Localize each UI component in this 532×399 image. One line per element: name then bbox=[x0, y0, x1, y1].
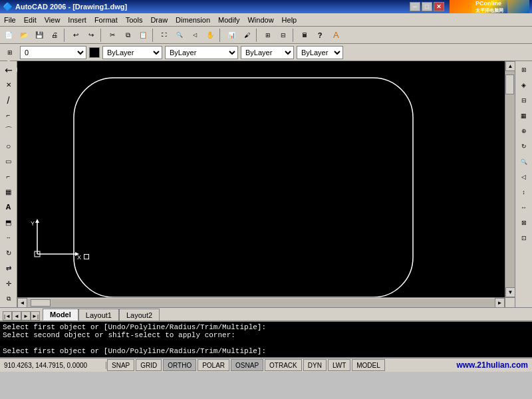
menu-view[interactable]: View bbox=[41, 15, 65, 25]
rt-btn-7[interactable]: 🔍 bbox=[517, 154, 531, 169]
horizontal-scrollbar[interactable]: ◄ ► bbox=[17, 297, 505, 307]
rt-btn-9[interactable]: ↕ bbox=[517, 185, 531, 200]
cursor-marker bbox=[84, 254, 89, 259]
select-tool[interactable]: ↖ bbox=[0, 59, 19, 80]
canvas-wrapper: Y X ▲ ▼ bbox=[17, 61, 515, 307]
tab-last-button[interactable]: ►| bbox=[31, 311, 40, 321]
v-scroll-track[interactable] bbox=[505, 71, 515, 287]
open-button[interactable]: 📂 bbox=[17, 28, 31, 43]
layer-select[interactable]: 0 bbox=[20, 46, 86, 59]
dimension-tool[interactable]: ↔ bbox=[1, 230, 16, 245]
dyn-button[interactable]: DYN bbox=[303, 359, 327, 371]
pan-button[interactable]: ✋ bbox=[203, 28, 217, 43]
rt-btn-2[interactable]: ◈ bbox=[517, 78, 531, 92]
snap-button[interactable]: SNAP bbox=[107, 359, 134, 371]
rt-btn-3[interactable]: ⊟ bbox=[517, 93, 531, 108]
circle-tool[interactable]: ○ bbox=[1, 139, 16, 154]
vertical-scrollbar[interactable]: ▲ ▼ bbox=[505, 61, 515, 297]
separator-6 bbox=[293, 29, 295, 42]
layer-manager-button[interactable]: ⊞ bbox=[3, 45, 17, 60]
scroll-up-button[interactable]: ▲ bbox=[505, 61, 515, 71]
snap-button[interactable]: ⊟ bbox=[276, 28, 291, 43]
polyline-tool[interactable]: ⌐ bbox=[1, 108, 16, 123]
tab-model[interactable]: Model bbox=[43, 309, 78, 321]
menu-tools[interactable]: Tools bbox=[122, 15, 147, 25]
scroll-right-button[interactable]: ► bbox=[495, 298, 505, 308]
rt-btn-4[interactable]: ▦ bbox=[517, 108, 531, 123]
tab-prev-button[interactable]: ◄ bbox=[12, 311, 21, 321]
new-button[interactable]: 📄 bbox=[1, 28, 16, 43]
paste-button[interactable]: 📋 bbox=[136, 28, 150, 43]
print-button[interactable]: 🖨 bbox=[47, 28, 62, 43]
osnap-button[interactable]: OSNAP bbox=[231, 359, 263, 371]
coordinates-display: 910.4263, 144.7915, 0.0000 bbox=[0, 362, 106, 369]
mirror-tool[interactable]: ⇄ bbox=[1, 261, 16, 275]
rt-btn-5[interactable]: ⊕ bbox=[517, 124, 531, 138]
window-title: AutoCAD 2006 - [Drawing1.dwg] bbox=[15, 3, 410, 11]
separator-1 bbox=[64, 29, 66, 42]
rt-btn-8[interactable]: ◁ bbox=[517, 170, 531, 184]
zoom-extents-button[interactable]: ⛶ bbox=[157, 28, 172, 43]
drawing-canvas[interactable]: Y X bbox=[17, 61, 505, 297]
linetype-select[interactable]: ByLayer bbox=[165, 46, 238, 59]
menu-window[interactable]: Window bbox=[243, 15, 277, 25]
grid-button[interactable]: GRID bbox=[136, 359, 162, 371]
move-tool[interactable]: ✛ bbox=[1, 276, 16, 291]
h-scroll-track[interactable] bbox=[27, 299, 495, 307]
ortho-button[interactable]: ORTHO bbox=[163, 359, 196, 371]
properties-button[interactable]: 📊 bbox=[224, 28, 239, 43]
model-button[interactable]: MODEL bbox=[352, 359, 385, 371]
rt-btn-11[interactable]: ⊠ bbox=[517, 215, 531, 230]
text-tool[interactable]: A bbox=[1, 200, 16, 214]
rt-btn-1[interactable]: ⊞ bbox=[517, 63, 531, 77]
undo-button[interactable]: ↩ bbox=[68, 28, 83, 43]
zoom-prev-button[interactable]: ◁ bbox=[188, 28, 202, 43]
close-button[interactable]: ✕ bbox=[434, 2, 444, 11]
arc-tool[interactable]: ⌒ bbox=[1, 124, 16, 138]
tab-layout2[interactable]: Layout2 bbox=[119, 309, 160, 321]
copy-obj-tool[interactable]: ⧉ bbox=[1, 291, 16, 306]
menu-format[interactable]: Format bbox=[90, 15, 122, 25]
left-toolbar: ↖ ✕ / ⌐ ⌒ ○ ▭ ⌐ ▦ A ⬒ ↔ ↻ ⇄ ✛ ⧉ bbox=[0, 61, 17, 307]
fillet-tool[interactable]: ⌐ bbox=[1, 170, 16, 184]
copy-button[interactable]: ⧉ bbox=[120, 28, 135, 43]
minimize-button[interactable]: ─ bbox=[410, 2, 420, 11]
tab-layout1[interactable]: Layout1 bbox=[78, 309, 119, 321]
tab-next-button[interactable]: ► bbox=[21, 311, 31, 321]
maximize-button[interactable]: □ bbox=[422, 2, 432, 11]
menu-insert[interactable]: Insert bbox=[64, 15, 90, 25]
cut-button[interactable]: ✂ bbox=[105, 28, 120, 43]
grid-button[interactable]: ⊞ bbox=[261, 28, 275, 43]
insert-block-tool[interactable]: ⬒ bbox=[1, 215, 16, 229]
lwt-button[interactable]: LWT bbox=[328, 359, 350, 371]
rt-btn-6[interactable]: ↻ bbox=[517, 139, 531, 154]
color-select[interactable]: ByLayer bbox=[102, 46, 162, 59]
tab-bar: |◄ ◄ ► ►| Model Layout1 Layout2 bbox=[0, 307, 532, 321]
scroll-left-button[interactable]: ◄ bbox=[17, 298, 27, 308]
help-button[interactable]: ? bbox=[313, 28, 327, 43]
save-button[interactable]: 💾 bbox=[32, 28, 47, 43]
otrack-button[interactable]: OTRACK bbox=[265, 359, 302, 371]
h-scroll-row: ◄ ► bbox=[17, 297, 515, 307]
menu-dimension[interactable]: Dimension bbox=[172, 15, 214, 25]
hatch-tool[interactable]: ▦ bbox=[1, 185, 16, 200]
menu-draw[interactable]: Draw bbox=[146, 15, 172, 25]
menu-modify[interactable]: Modify bbox=[214, 15, 243, 25]
plotstyle-select[interactable]: ByLayer bbox=[297, 46, 343, 59]
line-tool[interactable]: / bbox=[1, 93, 16, 108]
redo-button[interactable]: ↪ bbox=[84, 28, 98, 43]
rotate-tool[interactable]: ↻ bbox=[1, 245, 16, 260]
tab-first-button[interactable]: |◄ bbox=[3, 311, 12, 321]
scroll-down-button[interactable]: ▼ bbox=[505, 287, 515, 297]
menu-edit[interactable]: Edit bbox=[20, 15, 41, 25]
zoom-window-button[interactable]: 🔍 bbox=[172, 28, 187, 43]
lineweight-select[interactable]: ByLayer bbox=[241, 46, 294, 59]
polar-button[interactable]: POLAR bbox=[198, 359, 229, 371]
rt-btn-12[interactable]: ⊡ bbox=[517, 231, 531, 245]
rt-btn-10[interactable]: ↔ bbox=[517, 200, 531, 215]
match-prop-button[interactable]: 🖌 bbox=[239, 28, 254, 43]
calculator-button[interactable]: 🖩 bbox=[297, 28, 312, 43]
menu-file[interactable]: File bbox=[0, 15, 20, 25]
menu-help[interactable]: Help bbox=[278, 15, 301, 25]
rect-tool[interactable]: ▭ bbox=[1, 154, 16, 169]
